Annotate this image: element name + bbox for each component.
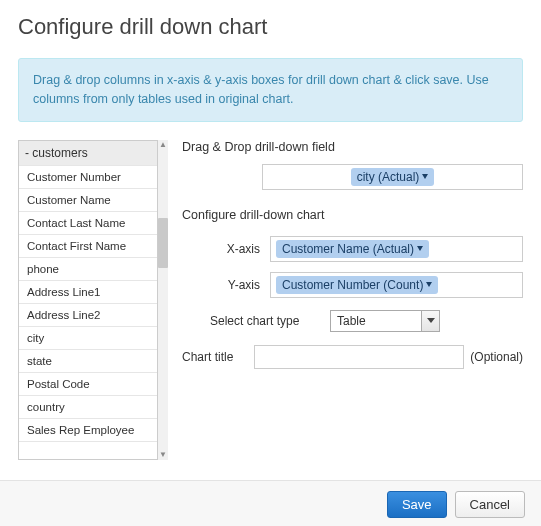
column-tree-wrap: customers Customer Number Customer Name …	[18, 140, 170, 460]
optional-label: (Optional)	[464, 350, 523, 364]
save-button[interactable]: Save	[387, 491, 447, 518]
configure-sub-label: Configure drill-down chart	[182, 208, 523, 222]
tree-item[interactable]: Sales Rep Employee	[19, 419, 157, 442]
yaxis-label: Y-axis	[210, 278, 270, 292]
config-panel: Drag & Drop drill-down field city (Actua…	[182, 140, 523, 460]
content-area: customers Customer Number Customer Name …	[18, 140, 523, 460]
tree-item[interactable]: Contact First Name	[19, 235, 157, 258]
chevron-down-icon	[427, 318, 435, 323]
dragdrop-section-label: Drag & Drop drill-down field	[182, 140, 523, 154]
tree-item[interactable]: city	[19, 327, 157, 350]
xaxis-tag[interactable]: Customer Name (Actual)	[276, 240, 429, 258]
tree-item[interactable]: Address Line2	[19, 304, 157, 327]
tag-label: Customer Name (Actual)	[282, 242, 414, 256]
xaxis-label: X-axis	[210, 242, 270, 256]
chevron-down-icon	[417, 246, 423, 251]
tree-item[interactable]: Customer Number	[19, 166, 157, 189]
chevron-down-icon	[426, 282, 432, 287]
tag-label: city (Actual)	[357, 170, 420, 184]
scroll-thumb[interactable]	[158, 218, 168, 268]
tree-item[interactable]: state	[19, 350, 157, 373]
yaxis-tag[interactable]: Customer Number (Count)	[276, 276, 438, 294]
drilldown-field-tag[interactable]: city (Actual)	[351, 168, 435, 186]
drilldown-field-dropbox[interactable]: city (Actual)	[262, 164, 523, 190]
charttitle-input[interactable]	[254, 345, 464, 369]
dialog-body: Configure drill down chart Drag & drop c…	[0, 0, 541, 460]
yaxis-dropbox[interactable]: Customer Number (Count)	[270, 272, 523, 298]
charttype-value: Table	[331, 311, 421, 331]
tree-item[interactable]: Customer Name	[19, 189, 157, 212]
tree-item[interactable]: Address Line1	[19, 281, 157, 304]
tree-item[interactable]: country	[19, 396, 157, 419]
dialog-footer: Save Cancel	[0, 480, 541, 527]
scroll-down-icon[interactable]: ▼	[158, 450, 168, 460]
tree-item[interactable]: Postal Code	[19, 373, 157, 396]
dialog-title: Configure drill down chart	[18, 14, 523, 40]
tree-item[interactable]: phone	[19, 258, 157, 281]
column-tree[interactable]: customers Customer Number Customer Name …	[18, 140, 158, 460]
tree-item[interactable]: Contact Last Name	[19, 212, 157, 235]
charttype-select[interactable]: Table	[330, 310, 440, 332]
xaxis-dropbox[interactable]: Customer Name (Actual)	[270, 236, 523, 262]
charttype-label: Select chart type	[210, 314, 330, 328]
tree-scrollbar[interactable]: ▲ ▼	[158, 140, 168, 460]
tag-label: Customer Number (Count)	[282, 278, 423, 292]
chevron-down-icon	[422, 174, 428, 179]
info-box: Drag & drop columns in x-axis & y-axis b…	[18, 58, 523, 122]
charttitle-label: Chart title	[182, 350, 254, 364]
scroll-up-icon[interactable]: ▲	[158, 140, 168, 150]
tree-root-customers[interactable]: customers	[19, 141, 157, 166]
cancel-button[interactable]: Cancel	[455, 491, 525, 518]
charttype-dropdown-button[interactable]	[421, 311, 439, 331]
